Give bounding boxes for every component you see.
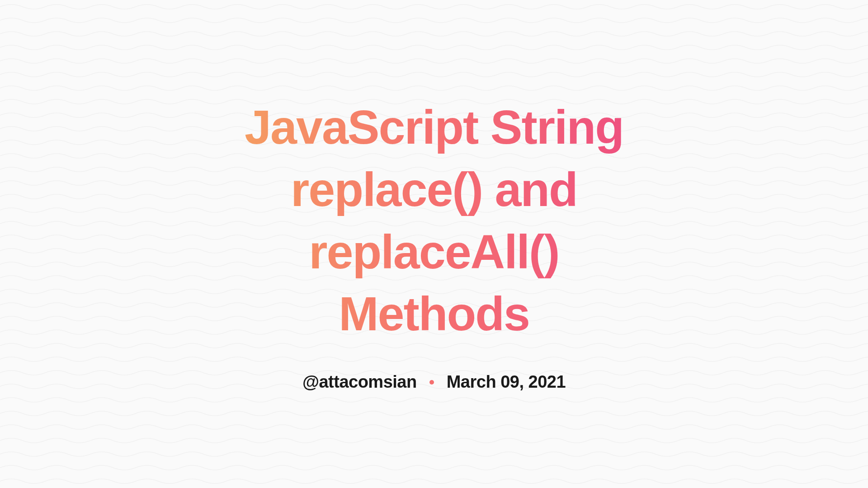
publish-date: March 09, 2021 bbox=[447, 372, 566, 392]
content-container: JavaScript String replace() and replaceA… bbox=[172, 96, 696, 392]
author-handle: @attacomsian bbox=[302, 372, 417, 392]
article-meta: @attacomsian March 09, 2021 bbox=[302, 372, 566, 392]
article-title: JavaScript String replace() and replaceA… bbox=[208, 96, 660, 345]
meta-separator-dot bbox=[429, 380, 434, 385]
